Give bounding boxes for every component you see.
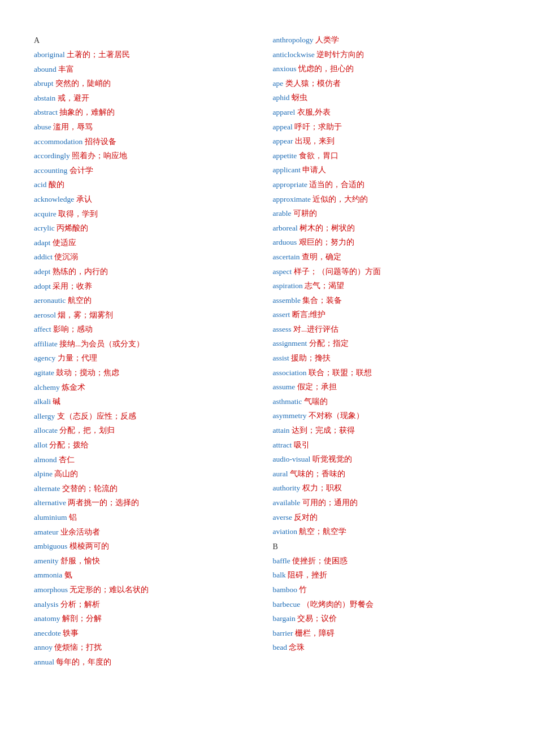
word: arable [273,209,292,218]
list-item: aural 气味的；香味的 [273,468,501,480]
word: amenity [34,557,59,565]
list-item: aerosol 烟，雾；烟雾剂 [34,309,262,321]
word: affect [34,325,51,333]
list-item: allocate 分配，把，划归 [34,424,262,437]
list-item: adopt 采用；收养 [34,280,262,293]
definition: 使挫折；使困惑 [292,557,348,565]
word: assist [273,354,289,362]
list-item: barbecue （吃烤肉的）野餐会 [273,598,501,611]
definition: 杏仁 [59,455,75,464]
word: ammonia [34,571,62,579]
word: aphid [273,93,290,102]
list-item: arboreal 树木的；树状的 [273,222,501,234]
word: association [273,368,307,377]
list-item: bamboo 竹 [273,584,501,596]
word: anthropology [273,36,314,44]
word: allergy [34,412,55,420]
definition: 样子；（问题等的）方面 [294,267,381,276]
list-item: bead 念珠 [273,641,501,654]
definition: 使适应 [53,238,76,247]
definition: 采用；收养 [53,282,92,290]
word: bamboo [273,585,298,594]
word: aerosol [34,311,56,319]
definition: 交易；议价 [297,614,337,623]
definition: 鼓动；搅动；焦虑 [56,368,119,377]
word: anxious [273,64,297,73]
list-item: appear 出现，来到 [273,135,501,147]
definition: 忧虑的，担心的 [298,64,354,73]
list-item: agitate 鼓动；搅动；焦虑 [34,367,262,379]
definition: 交替的；轮流的 [62,484,118,493]
list-item: affect 影响；感动 [34,323,262,336]
list-item: amateur 业余活动者 [34,526,262,538]
definition: 氨 [64,571,72,579]
word: abrupt [34,79,54,88]
list-item: abuse 滥用，辱骂 [34,121,262,133]
definition: 抽象的，难解的 [59,108,115,116]
list-item: attain 达到；完成；获得 [273,424,501,437]
definition: 近似的，大约的 [312,195,368,203]
definition: 承认 [76,195,92,203]
definition: 集合；装备 [302,296,342,305]
word: arduous [273,238,297,246]
list-item: anthropology 人类学 [273,34,501,46]
word: asymmetry [273,411,307,420]
word: apparel [273,108,296,116]
word: authority [273,484,301,492]
list-item: accordingly 照着办；响应地 [34,150,262,162]
definition: 申请人 [302,166,326,174]
list-item: accommodation 招待设备 [34,136,262,148]
list-item: almond 杏仁 [34,454,262,466]
definition: 照着办；响应地 [72,151,127,160]
definition: 突然的，陡峭的 [55,79,111,88]
definition: 分配；指定 [309,339,349,347]
word: alkali [34,397,51,406]
word: anatomy [34,614,60,623]
list-item: abstain 戒，避开 [34,92,262,105]
definition: 分析；解析 [60,600,100,609]
list-item: anecdote 轶事 [34,627,262,640]
word: assert [273,310,290,319]
list-item: bargain 交易；议价 [273,612,501,625]
word: aspiration [273,281,303,290]
word: alchemy [34,383,60,392]
list-item: aphid 蚜虫 [273,92,501,104]
word: amateur [34,528,58,536]
right-entries-a: anthropology 人类学anticlockwise 逆时针方向的anxi… [273,34,501,538]
definition: 两者挑一的；选择的 [68,498,139,507]
list-item: assignment 分配；指定 [273,337,501,350]
list-item: abrupt 突然的，陡峭的 [34,77,262,90]
definition: 每年的，年度的 [56,658,111,666]
word: acquire [34,210,57,218]
definition: 蚜虫 [292,93,307,102]
list-item: acquire 取得，学到 [34,208,262,220]
list-item: aeronautic 航空的 [34,294,262,307]
word: aeronautic [34,296,66,305]
definition: 听觉视觉的 [312,455,352,463]
word: affiliate [34,340,58,348]
list-item: ammonia 氨 [34,569,262,581]
list-item: association 联合；联盟；联想 [273,367,501,379]
word: aluminium [34,513,67,522]
word: barrier [273,629,293,637]
list-item: aboriginal 土著的；土著居民 [34,49,262,61]
list-item: arduous 艰巨的；努力的 [273,236,501,249]
definition: 气味的；香味的 [290,470,345,478]
list-item: asymmetry 不对称（现象） [273,410,501,422]
word: agency [34,354,55,362]
definition: 熟练的，内行的 [53,267,108,276]
definition: 接纳...为会员（或分支） [59,340,144,348]
definition: 力量；代理 [58,354,97,362]
list-item: accounting 会计学 [34,164,262,177]
word: anticlockwise [273,50,315,59]
definition: 援助；搀扶 [291,354,331,362]
left-entries: aboriginal 土著的；土著居民abound 丰富abrupt 突然的，陡… [34,49,262,668]
definition: 分配，把，划归 [59,426,115,435]
list-item: available 可用的；通用的 [273,497,501,509]
word: aviation [273,527,298,536]
definition: 业余活动者 [60,528,100,536]
definition: 人类学 [315,36,339,44]
list-item: assist 援助；搀扶 [273,352,501,364]
list-item: authority 权力；职权 [273,482,501,494]
right-column: anthropology 人类学anticlockwise 逆时针方向的anxi… [273,34,501,671]
